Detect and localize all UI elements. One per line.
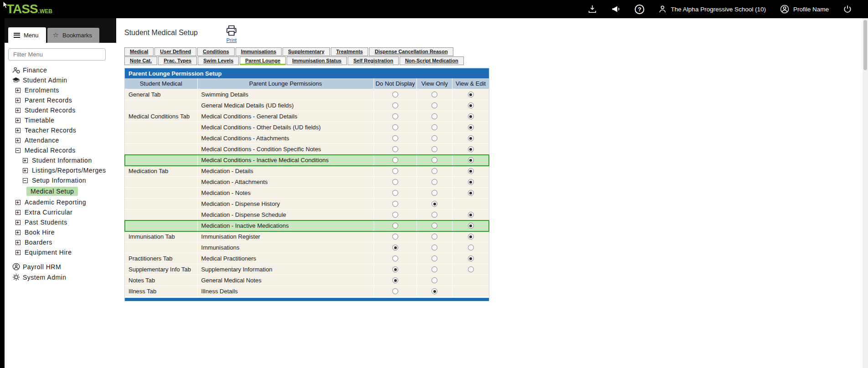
radio-view-only[interactable] xyxy=(431,212,437,218)
sidebar-item-finance[interactable]: Finance xyxy=(5,65,116,75)
help-icon[interactable]: ? xyxy=(635,5,644,14)
radio-view-only[interactable] xyxy=(431,168,437,174)
sidebar-item-student-records[interactable]: +Student Records xyxy=(5,105,116,115)
sidebar-item-student-information[interactable]: +Student Information xyxy=(5,155,116,165)
radio-view-edit[interactable] xyxy=(468,157,474,163)
radio-do-not-display[interactable] xyxy=(392,212,398,218)
radio-do-not-display[interactable] xyxy=(392,234,398,240)
tab-medical[interactable]: Medical xyxy=(124,47,154,56)
radio-view-only[interactable] xyxy=(431,234,437,240)
sidebar-item-book-hire[interactable]: +Book Hire xyxy=(5,227,116,237)
radio-view-only[interactable] xyxy=(431,245,437,250)
tab-conditions[interactable]: Conditions xyxy=(197,47,234,56)
radio-view-edit[interactable] xyxy=(468,124,474,130)
radio-view-edit[interactable] xyxy=(468,179,474,185)
radio-do-not-display[interactable] xyxy=(392,135,398,141)
sidebar-item-teacher-records[interactable]: +Teacher Records xyxy=(5,125,116,135)
tab-self-registration[interactable]: Self Registration xyxy=(348,56,398,65)
radio-view-only[interactable] xyxy=(431,179,437,185)
sidebar-item-medical-setup[interactable]: Medical Setup xyxy=(5,185,116,197)
radio-do-not-display[interactable] xyxy=(392,124,398,130)
tab-user-defined[interactable]: User Defined xyxy=(154,47,196,56)
radio-view-only[interactable] xyxy=(431,124,437,130)
radio-do-not-display[interactable] xyxy=(392,168,398,174)
radio-do-not-display[interactable] xyxy=(392,113,398,119)
tab-immunisation-status[interactable]: Immunisation Status xyxy=(287,56,347,65)
radio-view-edit[interactable] xyxy=(468,146,474,152)
radio-view-only[interactable] xyxy=(431,135,437,141)
radio-do-not-display[interactable] xyxy=(392,288,398,294)
radio-do-not-display[interactable] xyxy=(392,201,398,207)
tab-non-script-medication[interactable]: Non-Script Medication xyxy=(400,56,464,65)
radio-view-edit[interactable] xyxy=(468,256,474,261)
radio-do-not-display[interactable] xyxy=(392,277,398,283)
school-selector[interactable]: The Alpha Progressive School (10) xyxy=(658,5,766,14)
radio-view-only[interactable] xyxy=(431,201,437,207)
logout-power-icon[interactable] xyxy=(842,4,853,14)
radio-view-edit[interactable] xyxy=(468,102,474,108)
radio-do-not-display[interactable] xyxy=(392,92,398,97)
tab-dispense-cancellation-reason[interactable]: Dispense Cancellation Reason xyxy=(369,47,453,56)
menu-tab[interactable]: Menu xyxy=(8,27,46,43)
sidebar-item-timetable[interactable]: +Timetable xyxy=(5,115,116,125)
bookmarks-tab[interactable]: ☆ Bookmarks xyxy=(47,28,99,43)
radio-do-not-display[interactable] xyxy=(392,245,398,250)
scrollbar-thumb[interactable] xyxy=(863,20,867,70)
profile-menu[interactable]: Profile Name xyxy=(780,4,829,14)
sidebar-item-extra-curricular[interactable]: +Extra Curricular xyxy=(5,207,116,217)
radio-view-only[interactable] xyxy=(431,102,437,108)
tab-treatments[interactable]: Treatments xyxy=(331,47,369,56)
sidebar-item-attendance[interactable]: +Attendance xyxy=(5,135,116,145)
sidebar-item-boarders[interactable]: +Boarders xyxy=(5,237,116,247)
sidebar-item-payroll-hrm[interactable]: Payroll HRM xyxy=(5,261,116,272)
radio-do-not-display[interactable] xyxy=(392,266,398,272)
radio-view-edit[interactable] xyxy=(468,212,474,218)
radio-do-not-display[interactable] xyxy=(392,256,398,261)
sidebar-item-equipment-hire[interactable]: +Equipment Hire xyxy=(5,247,116,257)
sidebar-item-past-students[interactable]: +Past Students xyxy=(5,217,116,227)
tab-supplementary[interactable]: Supplementary xyxy=(282,47,329,56)
radio-do-not-display[interactable] xyxy=(392,223,398,229)
radio-view-only[interactable] xyxy=(431,223,437,229)
radio-do-not-display[interactable] xyxy=(392,146,398,152)
tab-prac-types[interactable]: Prac. Types xyxy=(158,56,197,65)
sidebar-item-medical-records[interactable]: −Medical Records xyxy=(5,145,116,155)
radio-view-only[interactable] xyxy=(431,146,437,152)
sidebar-item-listings-reports-merges[interactable]: +Listings/Reports/Merges xyxy=(5,165,116,175)
filter-menu-input[interactable] xyxy=(8,48,106,61)
tab-parent-lounge[interactable]: Parent Lounge xyxy=(240,56,286,65)
tass-logo[interactable]: TASS .WEB xyxy=(6,3,52,15)
sidebar-item-setup-information[interactable]: −Setup Information xyxy=(5,175,116,185)
sidebar-item-system-admin[interactable]: System Admin xyxy=(5,272,116,282)
radio-view-only[interactable] xyxy=(431,266,437,272)
radio-do-not-display[interactable] xyxy=(392,157,398,163)
radio-view-edit[interactable] xyxy=(468,266,474,272)
radio-view-edit[interactable] xyxy=(468,245,474,250)
print-button[interactable]: Print xyxy=(225,25,238,43)
radio-do-not-display[interactable] xyxy=(392,190,398,196)
tab-immunisations[interactable]: Immunisations xyxy=(236,47,282,56)
announcements-icon[interactable] xyxy=(611,4,621,14)
radio-view-only[interactable] xyxy=(431,288,437,294)
radio-view-edit[interactable] xyxy=(468,234,474,240)
radio-do-not-display[interactable] xyxy=(392,179,398,185)
radio-do-not-display[interactable] xyxy=(392,102,398,108)
radio-view-only[interactable] xyxy=(431,92,437,97)
sidebar-item-enrolments[interactable]: +Enrolments xyxy=(5,85,116,95)
radio-view-edit[interactable] xyxy=(468,113,474,119)
radio-view-only[interactable] xyxy=(431,256,437,261)
tab-swim-levels[interactable]: Swim Levels xyxy=(198,56,239,65)
radio-view-edit[interactable] xyxy=(468,223,474,229)
download-icon[interactable] xyxy=(587,4,597,14)
radio-view-only[interactable] xyxy=(431,277,437,283)
radio-view-edit[interactable] xyxy=(468,190,474,196)
sidebar-item-parent-records[interactable]: +Parent Records xyxy=(5,95,116,105)
radio-view-only[interactable] xyxy=(431,190,437,196)
scrollbar[interactable] xyxy=(863,18,868,368)
radio-view-edit[interactable] xyxy=(468,168,474,174)
radio-view-only[interactable] xyxy=(431,157,437,163)
sidebar-item-student-admin[interactable]: Student Admin xyxy=(5,75,116,85)
radio-view-edit[interactable] xyxy=(468,135,474,141)
tab-note-cat[interactable]: Note Cat. xyxy=(124,56,157,65)
sidebar-item-academic-reporting[interactable]: +Academic Reporting xyxy=(5,197,116,207)
